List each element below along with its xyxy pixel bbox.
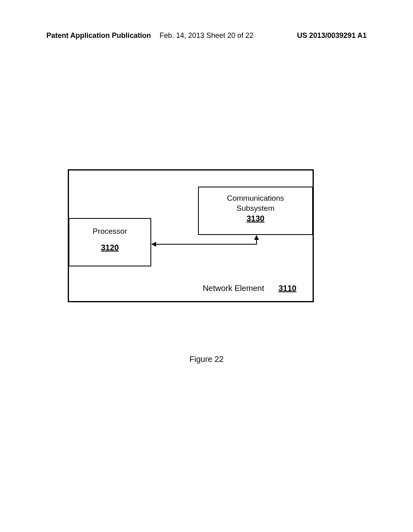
processor-block: Processor 3120	[69, 218, 151, 266]
page-header: Patent Application Publication Feb. 14, …	[46, 31, 367, 40]
arrow-to-communications	[256, 236, 257, 245]
network-element-label: Network Element	[203, 284, 264, 293]
communications-label-line2: Subsystem	[199, 204, 312, 214]
patent-number: US 2013/0039291 A1	[297, 31, 367, 40]
processor-ref-number: 3120	[69, 243, 150, 252]
network-element-diagram: Processor 3120 Communications Subsystem …	[68, 169, 314, 302]
figure-caption: Figure 22	[190, 355, 224, 364]
network-element-label-area: Network Element 3110	[203, 284, 296, 293]
publication-type: Patent Application Publication	[46, 31, 151, 40]
communications-ref-number: 3130	[199, 213, 312, 224]
communications-subsystem-block: Communications Subsystem 3130	[198, 187, 313, 235]
processor-label: Processor	[69, 227, 150, 236]
arrow-to-processor	[152, 244, 257, 245]
communications-label-line1: Communications	[199, 193, 312, 204]
date-sheet-info: Feb. 14, 2013 Sheet 20 of 22	[159, 31, 253, 40]
network-element-ref-number: 3110	[279, 284, 297, 293]
